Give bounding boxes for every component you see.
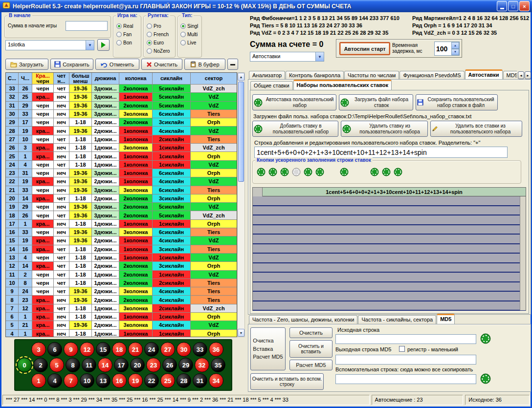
table-row[interactable]: 3033черннеч19-363дюжи...3колонка6сиклайн… [6,110,237,118]
board-number-29[interactable]: 29 [178,358,193,372]
save-set-file-button[interactable]: Сохранить пользовательский набор ставок … [416,94,498,110]
table-row[interactable]: 61кра...неч1-181дюжи...1колонка1сиклайнO… [6,313,237,321]
bet-list-row[interactable] [253,273,526,282]
board-number-5[interactable]: 5 [49,358,64,372]
table-row[interactable]: 108чернчет1-181дюжи...2колонка2сиклайнTi… [6,279,237,287]
play-button[interactable] [97,39,110,51]
table-row[interactable]: 521кра...неч19-362дюжи...3колонка4сиклай… [6,321,237,329]
board-number-9[interactable]: 9 [64,342,78,357]
board-number-18[interactable]: 18 [112,342,127,357]
radio-icon[interactable] [116,32,122,37]
minus-button[interactable] [227,59,238,70]
board-number-2[interactable]: 2 [33,358,48,372]
table-row[interactable]: 112чернчет1-181дюжи...2колонка1сиклайнVd… [6,271,237,279]
md5-source-input[interactable] [335,334,476,344]
radio-option-bon[interactable]: Bon [116,39,133,47]
table-row[interactable]: 134чернчет1-181дюжи...1колонка1сиклайнVd… [6,254,237,262]
tab-частота-zero-шансы-дюжины-колонки[interactable]: Частота - Zero, шансы, дюжины, колонки [249,315,357,324]
board-number-27[interactable]: 27 [160,342,175,357]
delay-input[interactable] [435,42,451,55]
bet-list-row[interactable] [253,254,526,263]
radio-option-multi[interactable]: Multi [180,30,198,39]
bet-list-row[interactable] [253,244,526,254]
radio-option-fan[interactable]: Fan [116,30,133,39]
md5-helper-go-button[interactable] [480,373,491,384]
radio-icon[interactable] [147,48,152,54]
chevron-down-icon[interactable]: ▼ [86,41,94,50]
scroll-down-icon[interactable]: ▼ [238,329,244,337]
md5-calc-button[interactable]: Расчет MD5 [289,360,332,370]
radio-option-singl[interactable]: Singl [180,22,198,30]
radio-option-french[interactable]: French [147,30,170,39]
board-number-26[interactable]: 26 [162,358,177,372]
table-scrollbar[interactable]: ▲ ▼ [237,72,245,337]
board-number-30[interactable]: 30 [177,342,191,357]
save-button[interactable]: Сохранить [50,59,93,70]
register-checkbox[interactable] [399,346,405,352]
board-number-25[interactable]: 25 [160,373,175,388]
table-row[interactable]: 2819кра...неч19-362дюжи...1колонка4сикла… [6,127,237,135]
start-sum-input[interactable] [66,21,108,31]
radio-option-pro[interactable]: Pro [147,22,170,30]
radio-icon[interactable] [116,23,122,29]
bet-list-row[interactable] [253,225,526,235]
load-set-file-button[interactable]: Загрузить файл набора ставок [339,94,413,110]
board-number-23[interactable]: 23 [146,358,161,372]
radio-icon[interactable] [147,23,152,29]
table-row[interactable]: 1826чернчет19-363дюжи...2колонка5сиклайн… [6,211,237,219]
table-row[interactable]: 1519кра...неч19-362дюжи...1колонка4сикла… [6,236,237,245]
table-row[interactable]: 251кра...неч1-181дюжи...1колонка1сиклайн… [6,152,237,160]
radio-option-euro[interactable]: Euro [147,39,170,47]
radio-option-live[interactable]: Live [180,39,198,47]
board-number-3[interactable]: 3 [31,342,46,357]
bet-list-row[interactable] [253,235,526,244]
tab-автоставки[interactable]: Автоставки [465,69,503,80]
tab-контроль-банкролла[interactable]: Контроль банкролла [286,71,344,80]
tab-частота-сиклайны-сектора[interactable]: Частота - сиклайны, сектора [358,315,436,324]
table-row[interactable]: 1214кра...чет1-182дюжи...2колонка3сиклай… [6,262,237,270]
add-bet-button[interactable]: Добавить ставку в пользовательский набор [252,121,338,137]
board-number-35[interactable]: 35 [211,358,225,372]
table-row[interactable]: 2331черннеч19-363дюжи...1колонка6сиклайн… [6,169,237,177]
board-number-20[interactable]: 20 [130,358,145,372]
chip-button[interactable] [280,168,289,177]
board-number-13[interactable]: 13 [96,373,111,388]
undo-button[interactable]: Отменить [95,59,139,70]
bet-list-row[interactable] [253,292,526,301]
chip-button[interactable] [394,168,403,177]
tab-анализатор[interactable]: Анализатор [249,71,285,80]
board-number-28[interactable]: 28 [177,373,191,388]
chip-button[interactable] [340,168,349,177]
minimize-button[interactable] [497,1,507,11]
table-row[interactable]: 823кра...неч19-362дюжи...2колонка4сиклай… [6,296,237,304]
radio-icon[interactable] [147,40,152,45]
chip-button[interactable] [382,168,391,177]
radio-icon[interactable] [180,40,186,45]
autobets-combobox[interactable]: Автоставки ▼ [250,52,324,62]
remove-all-bets-button[interactable]: Удалить все ставки из пользовательского … [430,121,522,137]
table-row[interactable]: 41кра...неч1-181дюжи...1колонка1сиклайнO… [6,330,237,337]
autospin-start-button[interactable]: Автоспин старт [339,42,390,55]
board-number-8[interactable]: 8 [66,358,80,372]
chip-button[interactable] [370,168,379,177]
chip-button[interactable] [315,168,325,177]
board-number-4[interactable]: 4 [47,373,62,388]
board-number-1[interactable]: 1 [31,373,46,388]
chip-button[interactable] [292,168,301,177]
bet-list-row[interactable] [253,196,526,206]
board-number-32[interactable]: 32 [195,358,209,372]
table-row[interactable]: 263кра...неч1-181дюжи...3колонка1сиклайн… [6,144,237,152]
board-number-24[interactable]: 24 [144,342,159,357]
table-row[interactable]: 3326чернчет19-363дюжи...2колонка5сиклайн… [6,85,237,93]
table-row[interactable]: 3129черннеч19-363дюжи...2колонка5сиклайн… [6,102,237,110]
table-row[interactable]: 2133черннеч19-363дюжи...3колонка6сиклайн… [6,186,237,194]
board-number-0[interactable]: 0 [17,358,32,372]
table-row[interactable]: 1416кра...чет1-182дюжи...1колонка3сиклай… [6,245,237,254]
table-row[interactable]: 924чернчет19-362дюжи...3колонка4сиклайнT… [6,287,237,296]
board-number-31[interactable]: 31 [193,373,207,388]
md5-clear-paste-button[interactable]: Очистить и вставить [289,340,332,358]
board-number-16[interactable]: 16 [112,373,127,388]
radio-icon[interactable] [180,32,186,37]
remove-bet-button[interactable]: Удалить ставку из пользовательского набо… [341,121,428,137]
spin-down-icon[interactable]: ▼ [451,49,459,56]
